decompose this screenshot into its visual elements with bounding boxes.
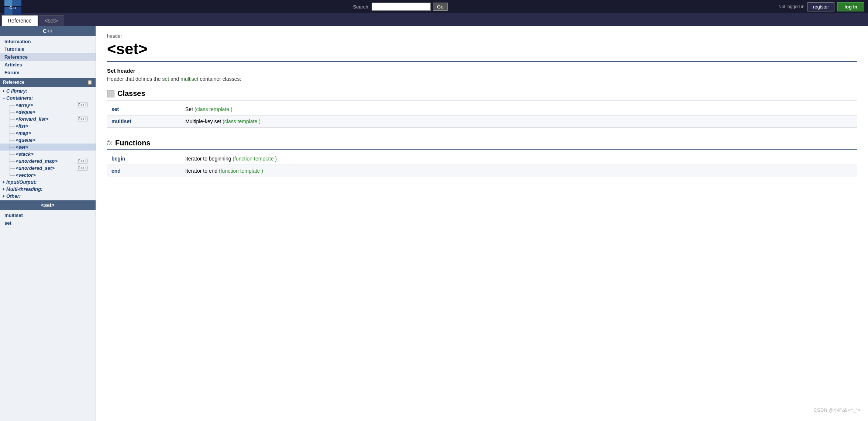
func-name-begin: begin [107,153,181,165]
set-item-set[interactable]: set [0,219,96,227]
svg-rect-1 [13,0,21,6]
unordered-map-link[interactable]: <unordered_map> [16,158,57,164]
list-link[interactable]: <list> [16,123,28,129]
set-desc-link[interactable]: set [162,76,169,82]
fx-icon: fx [107,139,112,147]
table-row: set Set (class template ) [107,103,857,115]
other-toggle[interactable]: + [2,194,5,199]
containers-toggle[interactable]: − [2,96,5,101]
page-title: <set> [107,40,857,58]
set-class-tag: (class template ) [194,106,232,112]
reference-section-header: Reference 📋 [0,78,96,87]
ref-item-clibrary: + C library: [0,87,96,94]
register-button[interactable]: register [807,2,834,11]
end-func-tag: (function template ) [219,168,263,174]
class-name-multiset: multiset [107,115,181,128]
ref-subitem-set: ├─ <set> [0,144,96,151]
stack-link[interactable]: <stack> [16,151,33,157]
ref-item-multithreading: + Multi-threading: [0,186,96,193]
table-row: begin Iterator to beginning (function te… [107,153,857,165]
tab-reference[interactable]: Reference [1,15,38,26]
inputoutput-toggle[interactable]: + [2,180,5,185]
multithreading-link[interactable]: Multi-threading: [6,186,42,192]
functions-table: begin Iterator to beginning (function te… [107,153,857,177]
func-desc-end: Iterator to end (function template ) [181,165,857,177]
clibrary-link[interactable]: C library: [6,88,27,94]
logo-icon: C++ [4,0,22,16]
array-cpp11-badge: C++ll [77,103,87,107]
func-name-end: end [107,165,181,177]
functions-heading: fx Functions [107,139,857,150]
class-desc-set: Set (class template ) [181,103,857,115]
ref-item-other: + Other: [0,193,96,200]
end-func-link[interactable]: end [111,168,121,174]
nav-tabs: Reference <set> [0,13,868,26]
ref-item-inputoutput: + Input/Output: [0,179,96,186]
unordered-set-link[interactable]: <unordered_set> [16,165,55,171]
ref-item-containers: − Containers: [0,94,96,101]
begin-func-tag: (function template ) [232,156,277,162]
ref-subitem-array: ┌─ <array> C++ll [0,101,96,108]
ref-subitem-list: ├─ <list> [0,122,96,130]
search-label: Search: [353,4,370,10]
go-button[interactable]: Go [433,3,447,11]
ref-subitem-map: ├─ <map> [0,130,96,137]
classes-icon-box [107,90,114,97]
class-name-set: set [107,103,181,115]
set-link[interactable]: <set> [16,144,28,150]
multithreading-toggle[interactable]: + [2,187,5,192]
section-title: Set header [107,68,857,74]
set-list: multiset set [0,210,96,228]
other-link[interactable]: Other: [6,193,21,199]
ref-subitem-stack: ├─ <stack> [0,151,96,158]
queue-link[interactable]: <queue> [16,137,35,143]
search-area: Search: Go [353,3,448,11]
search-input[interactable] [372,3,431,11]
not-logged-in-label: Not logged in [778,4,805,9]
multiset-desc-link[interactable]: multiset [180,76,198,82]
content-area: header <set> Set header Header that defi… [96,26,868,421]
sidebar-item-information[interactable]: Information [0,38,96,45]
set-item-multiset[interactable]: multiset [0,211,96,219]
cpp-nav: Information Tutorials Reference Articles… [0,36,96,78]
svg-rect-0 [4,0,13,6]
begin-func-link[interactable]: begin [111,156,125,162]
unordered-map-cpp11-badge: C++ll [77,159,87,163]
multiset-class-link[interactable]: multiset [111,118,131,124]
inputoutput-link[interactable]: Input/Output: [6,179,37,185]
ref-subitem-unordered_map: ├─ <unordered_map> C++ll [0,158,96,165]
table-row: multiset Multiple-key set (class templat… [107,115,857,128]
array-link[interactable]: <array> [16,102,33,108]
sidebar-item-reference[interactable]: Reference [0,53,96,61]
classes-table: set Set (class template ) multiset Multi… [107,103,857,128]
functions-section: fx Functions begin Iterator to beginning… [107,139,857,177]
ref-subitem-vector: └─ <vector> [0,172,96,179]
svg-text:C++: C++ [10,6,17,10]
reference-icon: 📋 [87,80,93,85]
ref-subitem-forward_list: ├─ <forward_list> C++ll [0,115,96,122]
forward-list-cpp11-badge: C++ll [77,117,87,121]
sidebar-item-tutorials[interactable]: Tutorials [0,45,96,53]
tab-set[interactable]: <set> [39,15,64,26]
forward-list-link[interactable]: <forward_list> [16,116,48,122]
title-divider [107,61,857,62]
containers-link[interactable]: Containers: [6,95,33,101]
auth-area: Not logged in register log in [778,2,864,11]
set-class-link[interactable]: set [111,106,119,112]
ref-subitem-unordered_set: ├─ <unordered_set> C++ll [0,165,96,172]
sidebar: C++ Information Tutorials Reference Arti… [0,26,96,421]
func-desc-begin: Iterator to beginning (function template… [181,153,857,165]
ref-subitem-deque: ├─ <deque> [0,108,96,115]
classes-heading: Classes [107,89,857,100]
deque-link[interactable]: <deque> [16,109,35,115]
unordered-set-cpp11-badge: C++ll [77,166,87,170]
sidebar-item-forum[interactable]: Forum [0,69,96,76]
sidebar-item-articles[interactable]: Articles [0,61,96,69]
logo-area: C++ [4,0,22,16]
section-desc: Header that defines the set and multiset… [107,76,857,82]
vector-link[interactable]: <vector> [16,172,35,178]
map-link[interactable]: <map> [16,130,31,136]
login-button[interactable]: log in [837,2,864,11]
cpp-section-header: C++ [0,26,96,36]
clibrary-toggle[interactable]: + [2,89,5,94]
